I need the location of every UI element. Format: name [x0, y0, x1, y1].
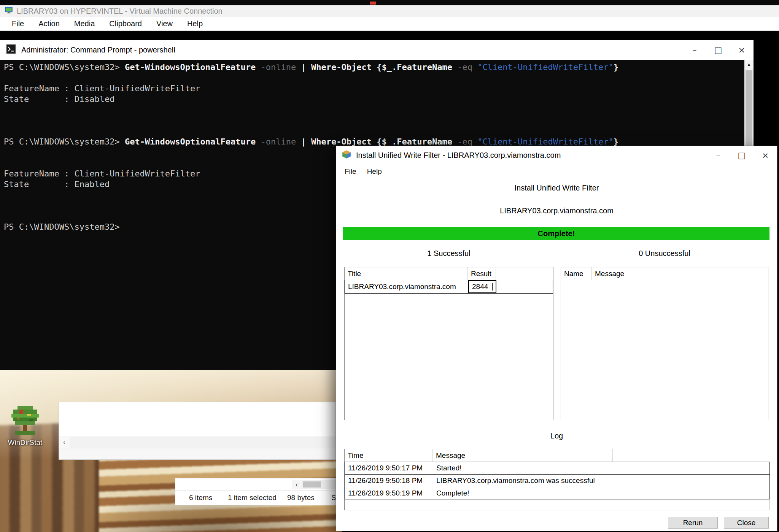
install-uwf-dialog: Install Unified Write Filter - LIBRARY03… [336, 146, 777, 531]
scrollbar-thumb[interactable] [303, 481, 321, 488]
target-computer-name: LIBRARY03.corp.viamonstra.com [336, 206, 777, 215]
scrollbar-track[interactable] [70, 437, 335, 448]
progress-label: Complete! [538, 229, 575, 238]
vmconnect-menu-item[interactable]: Action [31, 19, 67, 28]
terminal-line: PS C:\WINDOWS\system32> Get-WindowsOptio… [4, 62, 741, 73]
minimize-button[interactable]: – [683, 40, 706, 60]
table-cell: LIBRARY03.corp.viamonstra.com was succes… [433, 475, 613, 487]
table-cell: 11/26/2019 9:50:19 PM [345, 487, 433, 499]
explorer-horizontal-scrollbar[interactable]: ‹ [59, 437, 335, 448]
column-header[interactable]: Name [561, 267, 592, 280]
explorer-status-bar: 6 items 1 item selected 98 bytes S [175, 491, 335, 505]
close-dialog-button[interactable]: Close [724, 517, 769, 529]
terminal-line: FeatureName : Client-UnifiedWriteFilter [4, 83, 741, 94]
table-header-row: TimeMessage [345, 449, 770, 462]
close-button[interactable]: × [730, 40, 754, 60]
dialog-titlebar[interactable]: Install Unified Write Filter - LIBRARY03… [336, 146, 777, 164]
successful-table[interactable]: TitleResultLIBRARY03.corp.viamonstra.com… [344, 267, 553, 420]
windirstat-icon-label: WinDirStat [7, 438, 43, 447]
log-label: Log [336, 432, 777, 440]
terminal-line [4, 73, 741, 83]
table-cell: LIBRARY03.corp.viamonstra.com [345, 280, 468, 293]
scroll-left-icon[interactable]: ‹ [59, 438, 70, 446]
command-prompt-title: Administrator: Command Prompt - powershe… [21, 46, 683, 54]
record-indicator [370, 2, 376, 5]
table-header-row: NameMessage [561, 267, 768, 280]
table-row[interactable]: LIBRARY03.corp.viamonstra.com2844 [345, 280, 553, 294]
installer-app-icon [342, 149, 351, 161]
log-table[interactable]: TimeMessage11/26/2019 9:50:17 PMStarted!… [344, 449, 770, 510]
table-row[interactable]: 11/26/2019 9:50:18 PMLIBRARY03.corp.viam… [345, 474, 770, 487]
table-cell: 2844 [468, 280, 496, 293]
scroll-left-icon[interactable]: ‹ [292, 480, 302, 489]
column-header[interactable]: Message [433, 449, 613, 462]
scrollbar-thumb[interactable] [746, 70, 752, 154]
rerun-button[interactable]: Rerun [668, 517, 718, 529]
vmconnect-menu-item[interactable]: Help [180, 19, 210, 28]
windirstat-desktop-icon[interactable]: WinDirStat [7, 406, 43, 447]
table-cell: 11/26/2019 9:50:18 PM [345, 475, 433, 487]
vmconnect-menu-item[interactable]: Media [67, 19, 102, 28]
scroll-up-icon[interactable]: ▲ [744, 60, 754, 70]
column-header[interactable]: Message [592, 267, 702, 280]
successful-header: 1 Successful [344, 249, 553, 258]
status-item-count: 6 items [189, 494, 212, 502]
vmconnect-app-icon [5, 6, 13, 16]
table-row[interactable]: 11/26/2019 9:50:19 PMComplete! [345, 487, 770, 500]
vmconnect-titlebar: LIBRARY03 on HYPERVINTEL - Virtual Machi… [0, 5, 779, 17]
table-row[interactable]: 11/26/2019 9:50:17 PMStarted! [345, 462, 770, 475]
dialog-menu-item[interactable]: Help [362, 167, 387, 176]
unsuccessful-table[interactable]: NameMessage [561, 267, 768, 420]
table-header-row: TitleResult [345, 267, 553, 280]
table-cell: Complete! [433, 487, 613, 499]
status-truncated-text: S [331, 494, 336, 502]
column-header[interactable]: Result [468, 267, 496, 280]
dialog-heading: Install Unified Write Filter [336, 184, 777, 192]
command-prompt-titlebar[interactable]: Administrator: Command Prompt - powershe… [0, 40, 754, 60]
vmconnect-title: LIBRARY03 on HYPERVINTEL - Virtual Machi… [17, 7, 223, 16]
terminal-line [4, 126, 741, 137]
explorer-statusbar-fragment: ‹ 6 items 1 item selected 98 bytes S [175, 478, 336, 505]
dialog-title: Install Unified Write Filter - LIBRARY03… [356, 151, 706, 160]
explorer-horizontal-scrollbar-2[interactable]: ‹ [175, 478, 335, 491]
column-header[interactable]: Title [345, 267, 468, 280]
table-cell: Started! [433, 462, 613, 474]
scrollbar-track[interactable] [302, 480, 335, 489]
explorer-window-fragment: ‹ [59, 402, 336, 460]
table-cell: 11/26/2019 9:50:17 PM [345, 462, 433, 474]
column-header[interactable]: Time [345, 449, 433, 462]
unsuccessful-header: 0 Unsuccessful [561, 249, 768, 258]
close-button[interactable]: × [754, 146, 777, 164]
status-selected-size: 98 bytes [287, 494, 315, 502]
vmconnect-menu-item[interactable]: View [149, 19, 180, 28]
terminal-line: State : Disabled [4, 94, 741, 105]
explorer-bottom-strip [59, 448, 335, 459]
progress-bar: Complete! [343, 227, 769, 240]
host-top-strip [0, 0, 779, 5]
command-prompt-icon [6, 44, 16, 56]
vmconnect-menu-item[interactable]: File [5, 19, 31, 28]
dialog-menubar: FileHelp [336, 164, 777, 179]
vmconnect-menubar: FileActionMediaClipboardViewHelp [0, 17, 779, 31]
explorer-content-area[interactable] [59, 402, 335, 437]
screen: LIBRARY03 on HYPERVINTEL - Virtual Machi… [0, 0, 779, 532]
dialog-body: Install Unified Write Filter LIBRARY03.c… [336, 179, 777, 531]
minimize-button[interactable]: – [706, 146, 730, 164]
maximize-button[interactable]: □ [730, 146, 754, 164]
dialog-menu-item[interactable]: File [339, 167, 362, 176]
terminal-line [4, 115, 741, 126]
terminal-line [4, 105, 741, 115]
vmconnect-menu-item[interactable]: Clipboard [102, 19, 149, 28]
status-selected-count: 1 item selected [228, 494, 277, 502]
maximize-button[interactable]: □ [706, 40, 730, 60]
windirstat-tree-icon [10, 406, 41, 437]
